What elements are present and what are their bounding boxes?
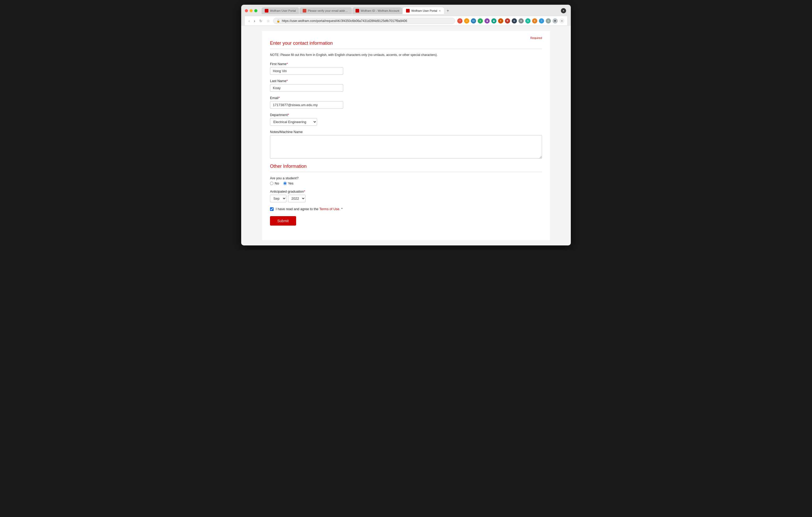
lock-icon: 🔒: [277, 19, 280, 23]
tab-label: Wolfram User Portal: [270, 9, 296, 12]
tab-close-icon[interactable]: ✕: [439, 9, 441, 12]
url-text: https://user.wolfram.com/portal/requestA…: [282, 19, 407, 23]
required-star: *: [286, 79, 288, 83]
tab-label: Wolfram User Portal: [411, 9, 437, 12]
required-star: *: [341, 207, 343, 211]
ext-icon-1[interactable]: W: [471, 18, 476, 24]
ext-icon-13[interactable]: ✱: [552, 18, 558, 24]
student-yes-option[interactable]: Yes: [283, 181, 293, 185]
reload-button[interactable]: ↻: [258, 18, 263, 24]
tab-wolfram-user-portal-1[interactable]: Wolfram User Portal: [262, 7, 299, 14]
graduation-year-select[interactable]: 202020212022 2023202420252026: [288, 195, 306, 202]
required-star: *: [304, 189, 305, 193]
page-content: Required Enter your contact information …: [241, 26, 571, 245]
department-select[interactable]: Electrical Engineering Computer Science …: [270, 118, 317, 126]
first-name-input[interactable]: [270, 67, 343, 75]
section-other: Other Information Are you a student? No …: [270, 163, 542, 225]
ext-icon-9[interactable]: N: [525, 18, 530, 24]
required-star: *: [288, 113, 289, 117]
required-star: *: [279, 96, 280, 100]
browser-window: Wolfram User Portal Please verify your e…: [241, 5, 571, 245]
ext-icon-7[interactable]: ⊕: [512, 18, 517, 24]
tabs-row: Wolfram User Portal Please verify your e…: [262, 7, 559, 14]
student-label: Are you a student?: [270, 176, 542, 180]
ext-icon-6[interactable]: ❋: [505, 18, 510, 24]
address-bar-row: ‹ › ↻ ☆ 🔒 https://user.wolfram.com/porta…: [245, 16, 567, 26]
toolbar-icons: 🛡 ⚠ W ● ◆ ◉ ✦ ❋ ⊕ ★ N B I S ✱ ≡: [457, 18, 564, 24]
ext-icon-11[interactable]: I: [539, 18, 544, 24]
tab-label: Wolfram ID - Wolfram Account: [361, 9, 400, 12]
close-button[interactable]: [245, 9, 248, 12]
notes-group: Notes/Machine Name: [270, 130, 542, 159]
first-name-group: First Name*: [270, 62, 542, 75]
student-group: Are you a student? No Yes: [270, 176, 542, 185]
wolfram-favicon: [265, 9, 268, 12]
email-group: Email*: [270, 96, 542, 109]
tab-wolfram-id[interactable]: Wolfram ID - Wolfram Account: [352, 7, 403, 14]
tab-gmail-verify[interactable]: Please verify your email address -: [299, 7, 352, 14]
section-contact-title: Enter your contact information: [270, 40, 542, 46]
graduation-month-select[interactable]: JanFebMarApr MayJunJulAug SepOctNovDec: [270, 195, 286, 202]
maximize-button[interactable]: [254, 9, 257, 12]
new-tab-button[interactable]: +: [444, 7, 451, 14]
last-name-group: Last Name*: [270, 79, 542, 92]
back-button[interactable]: ‹: [248, 18, 251, 24]
terms-link[interactable]: Terms of Use.: [319, 207, 341, 211]
student-radio-group: No Yes: [270, 181, 542, 185]
minimize-button[interactable]: [250, 9, 253, 12]
student-yes-label: Yes: [288, 181, 293, 185]
wolfram-favicon: [355, 9, 359, 12]
ext-icon-5[interactable]: ✦: [498, 18, 503, 24]
wolfram-favicon: [406, 9, 410, 12]
shield-icon[interactable]: 🛡: [457, 18, 463, 24]
ext-menu-icon[interactable]: ≡: [559, 18, 564, 24]
title-bar-top: Wolfram User Portal Please verify your e…: [245, 7, 567, 14]
department-label: Department*: [270, 113, 542, 117]
section-contact: Enter your contact information NOTE: Ple…: [270, 40, 542, 159]
section-other-title: Other Information: [270, 163, 542, 169]
required-star: *: [287, 62, 288, 66]
notes-textarea[interactable]: [270, 135, 542, 159]
student-no-label: No: [275, 181, 279, 185]
profile-icon[interactable]: ●: [561, 8, 566, 13]
warning-icon[interactable]: ⚠: [464, 18, 469, 24]
ext-icon-4[interactable]: ◉: [491, 18, 496, 24]
ext-icon-10[interactable]: B: [532, 18, 537, 24]
ext-icon-2[interactable]: ●: [478, 18, 483, 24]
bookmark-button[interactable]: ☆: [265, 18, 271, 24]
gmail-favicon: [303, 9, 306, 12]
ext-icon-12[interactable]: S: [546, 18, 551, 24]
address-field[interactable]: 🔒 https://user.wolfram.com/portal/reques…: [273, 18, 455, 24]
student-yes-radio[interactable]: [283, 182, 287, 185]
tab-label: Please verify your email address -: [308, 9, 349, 12]
ext-icon-3[interactable]: ◆: [485, 18, 490, 24]
terms-checkbox[interactable]: [270, 207, 273, 211]
tab-wolfram-user-portal-2[interactable]: Wolfram User Portal ✕: [403, 7, 444, 14]
email-label: Email*: [270, 96, 542, 100]
terms-row: I have read and agree to the Terms of Us…: [270, 207, 542, 211]
notes-label: Notes/Machine Name: [270, 130, 542, 134]
email-input[interactable]: [270, 101, 343, 109]
section-divider-1: [270, 49, 542, 49]
required-indicator: Required: [270, 36, 542, 39]
form-container: Required Enter your contact information …: [262, 31, 550, 240]
ext-icon-8[interactable]: ★: [519, 18, 524, 24]
student-no-radio[interactable]: [270, 182, 273, 185]
graduation-group: Anticipated graduation* JanFebMarApr May…: [270, 189, 542, 202]
first-name-label: First Name*: [270, 62, 542, 66]
department-group: Department* Electrical Engineering Compu…: [270, 113, 542, 126]
forward-button[interactable]: ›: [253, 18, 256, 24]
student-no-option[interactable]: No: [270, 181, 279, 185]
terms-text: I have read and agree to the Terms of Us…: [276, 207, 343, 211]
form-note: NOTE: Please fill out this form in Engli…: [270, 53, 542, 57]
traffic-lights: [245, 9, 257, 12]
submit-button[interactable]: Submit: [270, 216, 296, 225]
last-name-label: Last Name*: [270, 79, 542, 83]
graduation-row: JanFebMarApr MayJunJulAug SepOctNovDec 2…: [270, 195, 542, 202]
title-bar: Wolfram User Portal Please verify your e…: [241, 5, 571, 26]
graduation-label: Anticipated graduation*: [270, 189, 542, 193]
last-name-input[interactable]: [270, 84, 343, 92]
